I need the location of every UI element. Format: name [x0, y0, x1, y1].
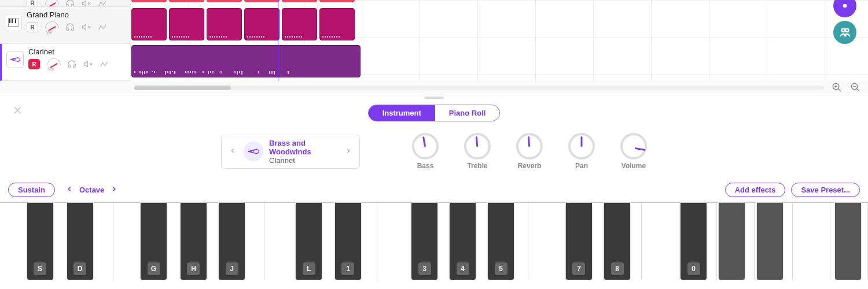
clarinet-icon [6, 51, 24, 68]
record-button-active[interactable]: R [28, 59, 40, 69]
keycap-label: 0 [687, 262, 700, 275]
white-key[interactable] [377, 203, 415, 280]
audio-clip[interactable] [207, 0, 242, 2]
scroll-zoom-row [0, 81, 868, 95]
save-preset-button[interactable]: Save Preset... [791, 183, 860, 197]
black-key[interactable]: D [67, 203, 93, 280]
volume-knob[interactable]: Vol [44, 0, 59, 7]
svg-rect-4 [12, 18, 13, 23]
knob-label: Pan [575, 162, 588, 170]
knob-label: Bass [417, 162, 434, 170]
pan-knob[interactable] [568, 133, 595, 160]
knob-label: Volume [621, 162, 646, 170]
close-icon[interactable]: ✕ [13, 103, 23, 117]
mute-icon[interactable] [83, 59, 93, 69]
audio-clip[interactable] [244, 0, 279, 2]
black-key[interactable]: S [27, 203, 53, 280]
knobs-group: Bass Treble Reverb Pan Volume [412, 133, 647, 170]
tab-instrument[interactable]: Instrument [369, 105, 435, 121]
black-key[interactable]: 8 [604, 203, 630, 280]
black-key[interactable]: G [141, 203, 167, 280]
audio-clip[interactable] [319, 0, 355, 2]
audio-clip[interactable] [282, 0, 317, 2]
black-key[interactable]: J [219, 203, 245, 280]
audio-clip[interactable] [131, 8, 167, 40]
bass-knob[interactable] [412, 133, 439, 160]
keycap-label: G [148, 262, 160, 275]
headphones-icon[interactable] [67, 59, 77, 69]
black-key[interactable]: 0 [681, 203, 707, 280]
timeline[interactable] [130, 0, 868, 81]
octave-control: Octave [65, 185, 118, 195]
svg-point-22 [251, 150, 252, 151]
volume-knob[interactable] [620, 133, 647, 160]
automation-icon[interactable] [97, 22, 108, 32]
octave-up-icon[interactable] [110, 185, 118, 195]
audio-clip[interactable] [169, 0, 204, 2]
black-key[interactable]: 4 [450, 203, 476, 280]
audio-clip[interactable] [282, 8, 317, 40]
scroll-thumb[interactable] [134, 86, 231, 90]
black-key[interactable]: H [181, 203, 207, 280]
octave-label: Octave [79, 186, 104, 194]
track-name: Clarinet [28, 47, 126, 56]
audio-clip[interactable] [319, 8, 355, 40]
black-key[interactable]: 3 [411, 203, 437, 280]
white-key[interactable] [642, 203, 679, 280]
black-key[interactable]: 5 [488, 203, 514, 280]
automation-icon[interactable] [99, 59, 109, 69]
zoom-out-icon[interactable] [849, 82, 861, 94]
collab-floating-button[interactable] [833, 21, 856, 44]
keycap-label: H [187, 262, 200, 275]
record-button[interactable]: R [27, 22, 38, 32]
keycap-label: D [73, 262, 86, 275]
white-key[interactable] [528, 203, 566, 280]
treble-knob[interactable] [464, 133, 491, 160]
drag-handle[interactable] [424, 97, 444, 99]
headphones-icon[interactable] [65, 22, 75, 32]
timeline-scrollbar[interactable] [134, 86, 824, 90]
automation-icon[interactable] [97, 0, 108, 7]
add-effects-button[interactable]: Add effects [725, 183, 786, 197]
sustain-button[interactable]: Sustain [8, 183, 55, 197]
track-row[interactable]: R Vol [0, 0, 130, 7]
instrument-category: Brass and Woodwinds [269, 139, 337, 156]
zoom-in-icon[interactable] [831, 82, 843, 94]
black-key[interactable]: 1 [335, 203, 361, 280]
clip-row [131, 8, 355, 40]
keycap-label: 3 [418, 262, 431, 275]
black-key[interactable]: L [296, 203, 322, 280]
instrument-selector[interactable]: Brass and Woodwinds Clarinet [221, 135, 360, 169]
audio-clip[interactable] [207, 8, 242, 40]
record-button[interactable]: R [27, 0, 38, 7]
audio-clip[interactable] [244, 8, 279, 40]
svg-point-9 [14, 58, 16, 60]
black-key[interactable] [835, 203, 861, 280]
volume-knob[interactable]: Vol [44, 21, 59, 33]
audio-clip[interactable] [131, 0, 167, 2]
black-key[interactable] [757, 203, 783, 280]
playhead[interactable] [278, 0, 278, 81]
tab-piano-roll[interactable]: Piano Roll [435, 105, 500, 121]
audio-clip[interactable] [169, 8, 204, 40]
black-key[interactable] [719, 203, 745, 280]
audio-clip[interactable] [131, 45, 361, 77]
svg-line-20 [856, 88, 859, 91]
track-row-selected[interactable]: Clarinet R Vol [0, 44, 130, 81]
piano-keyboard[interactable]: SDGHJL1345780 [0, 202, 868, 280]
prev-instrument-icon[interactable] [227, 147, 238, 156]
keycap-label: 8 [611, 262, 624, 275]
svg-line-16 [838, 88, 841, 91]
mute-icon[interactable] [81, 22, 91, 32]
black-key[interactable]: 7 [566, 203, 592, 280]
next-instrument-icon[interactable] [343, 147, 354, 156]
track-row[interactable]: Grand Piano R Vol [0, 7, 130, 44]
keycap-label: 7 [572, 262, 585, 275]
volume-knob[interactable]: Vol [46, 58, 61, 70]
octave-down-icon[interactable] [65, 185, 73, 195]
headphones-icon[interactable] [65, 0, 75, 7]
mute-icon[interactable] [81, 0, 91, 7]
keycap-label: L [303, 262, 315, 275]
white-key[interactable] [793, 203, 830, 280]
reverb-knob[interactable] [516, 133, 543, 160]
